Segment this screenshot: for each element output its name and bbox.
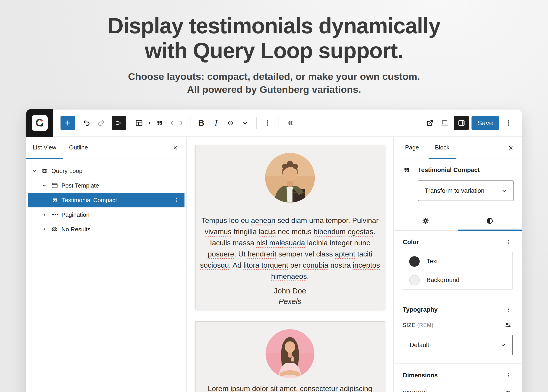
tree-item-no-results[interactable]: No Results [26, 222, 186, 237]
tree-item-pagination[interactable]: Pagination [26, 207, 186, 222]
document-overview-button[interactable] [112, 116, 126, 130]
chevron-down-icon [31, 168, 37, 174]
bold-button[interactable]: B [194, 116, 209, 130]
chevron-down-icon [501, 187, 508, 194]
post-template-icon [135, 119, 143, 127]
font-size-value: Default [410, 342, 429, 349]
testimonial-block[interactable]: Tempus leo eu aenean sed diam urna tempo… [195, 145, 385, 309]
tree-item-label: Testimonial Compact [62, 197, 117, 204]
italic-button[interactable]: I [209, 116, 223, 130]
post-template-icon [51, 182, 58, 189]
toolbar-divider [278, 117, 279, 129]
block-mover-buttons[interactable] [167, 116, 186, 130]
chevron-down-icon [500, 342, 507, 348]
close-list-view-button[interactable] [170, 143, 180, 153]
color-controls: Text Background [403, 252, 512, 290]
color-options-button[interactable] [504, 238, 512, 246]
item-options-kebab-icon[interactable] [174, 197, 180, 203]
testimonial-quote[interactable]: Lorem ipsum dolor sit amet, consectetur … [198, 383, 383, 392]
size-settings-button[interactable] [504, 321, 512, 330]
loop-icon [51, 226, 58, 233]
undo-icon [82, 119, 91, 127]
toolbar-divider [256, 117, 257, 129]
block-card: Testimonial Compact [403, 166, 512, 174]
list-view-tabs: List View Outline [26, 137, 186, 159]
editor-toolbar: B I [26, 110, 522, 137]
block-inserter-button[interactable] [61, 116, 75, 130]
tab-page[interactable]: Page [399, 137, 425, 159]
kebab-icon [263, 119, 272, 127]
tree-item-label: Query Loop [51, 168, 82, 175]
background-color-label: Background [427, 277, 459, 284]
testimonial-block[interactable]: Lorem ipsum dolor sit amet, consectetur … [195, 321, 385, 392]
typography-heading: Typography [403, 306, 438, 313]
tree-item-label: No Results [61, 226, 90, 233]
link-icon [227, 119, 235, 127]
kebab-icon [505, 239, 512, 245]
tab-block[interactable]: Block [429, 137, 456, 159]
link-button[interactable] [223, 116, 238, 130]
more-formats-button[interactable] [238, 116, 253, 130]
font-size-select[interactable]: Default [403, 335, 512, 355]
page-title: Display testimonials dynamicallywith Que… [0, 13, 548, 63]
editor-window: B I [26, 110, 522, 392]
color-section: Color Text Background [394, 238, 522, 290]
laptop-icon [441, 119, 449, 127]
toolbar-divider [190, 117, 190, 129]
close-settings-button[interactable] [506, 143, 516, 153]
redo-icon [97, 119, 105, 127]
padding-link-sides-button[interactable] [504, 388, 512, 392]
dimensions-section: Dimensions PADDING [394, 371, 522, 392]
drag-dot-icon [149, 122, 150, 124]
testimonial-source[interactable]: Pexels [195, 297, 385, 306]
block-options-button[interactable] [260, 116, 275, 130]
gear-icon [422, 217, 429, 225]
testimonial-quote[interactable]: Tempus leo eu aenean sed diam urna tempo… [198, 215, 383, 282]
redo-button[interactable] [94, 116, 108, 130]
tree-item-query-loop[interactable]: Query Loop [26, 164, 186, 178]
editor-options-button[interactable] [501, 116, 516, 130]
tab-block-settings[interactable] [394, 212, 458, 231]
tab-block-styles[interactable] [458, 212, 522, 231]
settings-sidebar-toggle-button[interactable] [454, 116, 469, 130]
close-icon [172, 145, 178, 151]
parent-block-post-template-button[interactable] [132, 116, 146, 130]
avatar-photo-man [265, 153, 315, 203]
site-logo[interactable] [26, 109, 53, 137]
dimensions-heading: Dimensions [403, 372, 438, 379]
sliders-icon [504, 322, 512, 329]
background-color-row[interactable]: Background [403, 271, 512, 289]
list-view-panel: List View Outline Query Loop [26, 137, 187, 392]
mover-left-icon [169, 119, 177, 127]
dimensions-options-button[interactable] [504, 371, 512, 379]
transform-to-variation-select[interactable]: Transform to variation [418, 181, 513, 201]
testimonial-author[interactable]: John Doe [195, 287, 385, 295]
tree-item-post-template[interactable]: Post Template [26, 178, 186, 193]
undo-button[interactable] [79, 116, 94, 130]
chevron-right-icon [41, 212, 47, 218]
block-tool-tabs [394, 212, 522, 231]
tab-list-view[interactable]: List View [26, 137, 63, 159]
collapse-toolbar-button[interactable] [283, 116, 297, 130]
padding-label: PADDING [403, 390, 428, 392]
color-heading: Color [403, 239, 419, 246]
italic-glyph: I [215, 118, 217, 128]
tree-item-label: Pagination [61, 211, 90, 218]
drawer-toggle-icon [457, 119, 466, 127]
list-view-icon [115, 119, 123, 127]
contrast-icon [486, 217, 494, 225]
selected-block-quote-button[interactable] [153, 116, 167, 130]
close-icon [508, 145, 514, 151]
transform-select-value: Transform to variation [425, 187, 484, 194]
typography-options-button[interactable] [504, 306, 512, 314]
text-color-row[interactable]: Text [403, 252, 512, 271]
quote-icon [403, 166, 411, 174]
settings-tabs: Page Block [394, 137, 522, 159]
tree-item-testimonial-compact[interactable]: Testimonial Compact [28, 193, 185, 207]
save-button[interactable]: Save [471, 116, 499, 130]
preview-device-button[interactable] [437, 116, 452, 130]
preview-external-button[interactable] [423, 116, 437, 130]
typography-section: Typography SIZE(REM) [394, 306, 522, 355]
tab-outline[interactable]: Outline [63, 137, 94, 159]
kebab-icon [505, 307, 512, 313]
